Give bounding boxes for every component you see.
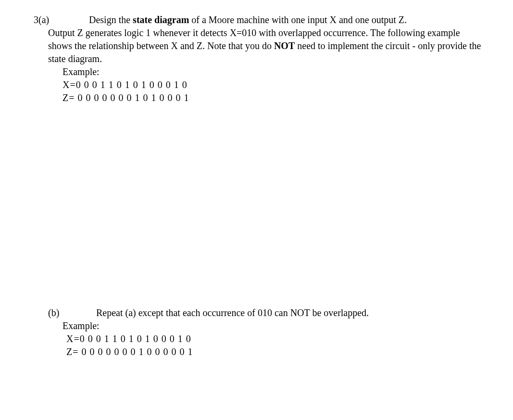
part-b-z-sequence: Z= 0 0 0 0 0 0 0 1 0 0 0 0 0 1 bbox=[66, 345, 484, 358]
part-a-example-label: Example: bbox=[63, 65, 484, 78]
part-a-line1-bold: state diagram bbox=[133, 14, 189, 25]
part-a-x-sequence: X=0 0 0 1 1 0 1 0 1 0 0 0 1 0 bbox=[63, 78, 484, 91]
part-a-label: 3(a) bbox=[34, 13, 89, 26]
part-b-line1-text: Repeat (a) except that each occurrence o… bbox=[96, 307, 369, 318]
part-b-label: (b) bbox=[48, 306, 96, 319]
part-a-body: Output Z generates logic 1 whenever it d… bbox=[48, 26, 484, 65]
page: 3(a)Design the state diagram of a Moore … bbox=[0, 0, 513, 358]
part-a-line1-post: of a Moore machine with one input X and … bbox=[189, 14, 407, 25]
part-a-z-sequence: Z= 0 0 0 0 0 0 0 1 0 1 0 0 0 1 bbox=[63, 91, 484, 104]
part-a-line1-pre: Design the bbox=[89, 14, 133, 25]
part-b-example-label: Example: bbox=[63, 319, 484, 332]
part-a-line1: 3(a)Design the state diagram of a Moore … bbox=[34, 13, 484, 26]
part-a-body-bold: NOT bbox=[274, 40, 295, 51]
part-b-x-sequence: X=0 0 0 1 1 0 1 0 1 0 0 0 1 0 bbox=[66, 332, 484, 345]
part-b: (b)Repeat (a) except that each occurrenc… bbox=[48, 306, 484, 358]
part-b-line1: (b)Repeat (a) except that each occurrenc… bbox=[48, 306, 484, 319]
